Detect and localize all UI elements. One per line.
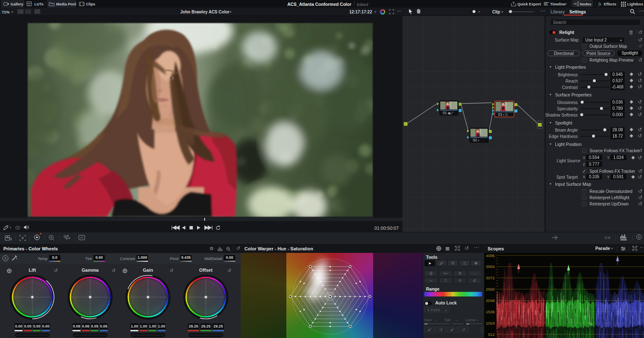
svg-text:Gain: Gain — [143, 268, 153, 273]
svg-text:◐☑: ◐☑ — [503, 113, 508, 117]
svg-text:1536: 1536 — [486, 309, 495, 314]
svg-text:↺: ↺ — [112, 268, 115, 273]
svg-text:1024: 1024 — [486, 321, 495, 325]
svg-text:Offset: Offset — [199, 268, 213, 273]
svg-text:3584: 3584 — [486, 264, 495, 269]
svg-text:4095: 4095 — [486, 253, 495, 258]
svg-text:2048: 2048 — [486, 298, 495, 303]
svg-text:↺: ↺ — [227, 268, 231, 273]
svg-text:◐: ◐ — [478, 138, 480, 142]
svg-text:⨁: ⨁ — [7, 268, 12, 273]
svg-text:01: 01 — [443, 111, 447, 115]
svg-text:▣⤢: ▣⤢ — [448, 111, 453, 115]
svg-text:02: 02 — [473, 138, 477, 142]
svg-text:3072: 3072 — [486, 276, 495, 280]
svg-text:03: 03 — [498, 112, 502, 117]
svg-text:512: 512 — [488, 332, 495, 337]
svg-text:2560: 2560 — [486, 287, 495, 291]
svg-text:Gamma: Gamma — [82, 268, 99, 273]
svg-text:↺: ↺ — [54, 268, 57, 273]
svg-text:⨁: ⨁ — [123, 268, 127, 273]
svg-text:↺: ↺ — [169, 268, 173, 273]
svg-text:Lift: Lift — [29, 268, 36, 273]
